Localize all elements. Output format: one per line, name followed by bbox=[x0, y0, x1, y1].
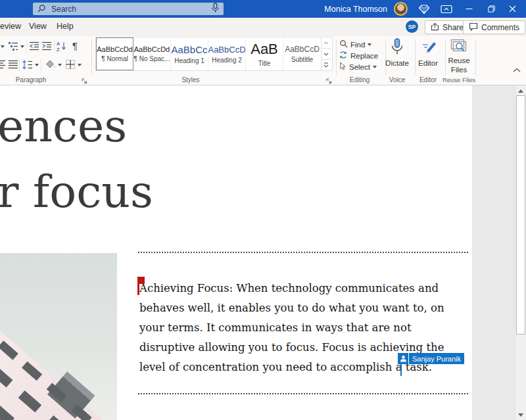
user-avatar[interactable] bbox=[394, 2, 408, 16]
borders-caret[interactable] bbox=[78, 64, 82, 66]
style-heading1[interactable]: AaBbCc Heading 1 bbox=[171, 37, 208, 70]
document-canvas: ences r focus bbox=[0, 85, 526, 420]
document-page[interactable]: ences r focus bbox=[0, 85, 472, 420]
comments-icon bbox=[469, 22, 478, 33]
editor-button-label[interactable]: Editor bbox=[418, 59, 438, 67]
paragraph-line: Achieving Focus: When technology communi… bbox=[139, 279, 444, 298]
styles-gallery-scroll bbox=[321, 37, 331, 70]
collapse-ribbon-icon[interactable] bbox=[513, 68, 521, 72]
premium-gem-icon[interactable] bbox=[413, 0, 435, 18]
find-icon bbox=[339, 39, 348, 51]
tab-help[interactable]: Help bbox=[57, 22, 74, 31]
styles-dialog-launcher[interactable] bbox=[326, 75, 332, 85]
select-button[interactable]: Select bbox=[339, 61, 377, 73]
editor-group-label: Editor bbox=[419, 76, 437, 83]
paragraph-dialog-launcher[interactable] bbox=[82, 75, 87, 85]
select-caret bbox=[373, 66, 377, 68]
search-icon bbox=[37, 3, 46, 15]
dictate-icon[interactable] bbox=[390, 38, 404, 57]
svg-text:Z: Z bbox=[57, 47, 60, 52]
coauthor-name-label: Sanjay Puranik bbox=[409, 353, 464, 364]
ribbon-commands: AZ ¶ Paragraph AaBbCcDd ¶ Normal AaBbCcD… bbox=[0, 36, 526, 85]
align-center-icon[interactable] bbox=[0, 60, 6, 69]
frame-dotted-border-top bbox=[138, 252, 468, 253]
scrollbar-thumb[interactable] bbox=[516, 95, 525, 335]
title-bar: Search Monica Thomson bbox=[0, 0, 526, 18]
replace-button[interactable]: Replace bbox=[339, 50, 378, 62]
coauthor-text-cursor bbox=[400, 363, 402, 376]
line-spacing-icon[interactable] bbox=[22, 60, 33, 70]
style-no-spacing[interactable]: AaBbCcDd ¶ No Spac... bbox=[133, 37, 171, 70]
search-placeholder: Search bbox=[51, 5, 212, 14]
pilcrow-icon[interactable]: ¶ bbox=[72, 40, 78, 51]
gallery-scroll-up-icon[interactable] bbox=[322, 37, 331, 49]
document-heading-line2: r focus bbox=[0, 170, 153, 214]
document-heading-line1: ences bbox=[0, 104, 127, 149]
ribbon-tab-row: eview View Help SP Share Comments bbox=[0, 18, 526, 36]
style-title[interactable]: AaB Title bbox=[246, 37, 283, 70]
find-button[interactable]: Find bbox=[339, 39, 371, 51]
titlebar-right-cluster: Monica Thomson bbox=[324, 0, 522, 18]
find-caret bbox=[368, 43, 371, 46]
styles-gallery: AaBbCcDd ¶ Normal AaBbCcDd ¶ No Spac... … bbox=[95, 37, 333, 71]
gallery-scroll-down-icon[interactable] bbox=[322, 49, 331, 60]
decrease-indent-icon[interactable] bbox=[29, 41, 39, 51]
scroll-down-icon[interactable] bbox=[518, 413, 523, 417]
bullets-dropdown-caret[interactable] bbox=[1, 45, 5, 48]
tab-view[interactable]: View bbox=[29, 22, 47, 31]
account-name[interactable]: Monica Thomson bbox=[324, 5, 387, 14]
comments-button[interactable]: Comments bbox=[463, 20, 525, 34]
photo-building-facade bbox=[0, 331, 117, 420]
ribbon-display-options-button[interactable] bbox=[435, 0, 458, 18]
shading-caret[interactable] bbox=[58, 64, 62, 66]
frame-dotted-border-bottom bbox=[138, 393, 468, 394]
paragraph-group-label: Paragraph bbox=[16, 76, 47, 83]
dictate-label[interactable]: Dictate bbox=[385, 59, 409, 67]
share-label: Share bbox=[442, 23, 464, 32]
reuse-files-group-label: Reuse Files bbox=[442, 76, 475, 83]
voice-search-icon[interactable] bbox=[212, 3, 219, 15]
coauthor-flag[interactable]: Sanjay Puranik bbox=[398, 353, 464, 364]
vertical-scrollbar[interactable] bbox=[515, 85, 526, 420]
line-spacing-caret[interactable] bbox=[35, 64, 39, 66]
presence-badge-sp[interactable]: SP bbox=[406, 20, 418, 33]
justify-icon[interactable] bbox=[8, 60, 18, 69]
reuse-files-label-line1[interactable]: Reuse bbox=[448, 57, 469, 64]
paragraph-line: behaves well, it enables you to do what … bbox=[139, 298, 444, 318]
reuse-files-icon[interactable] bbox=[450, 39, 467, 55]
style-normal[interactable]: AaBbCcDd ¶ Normal bbox=[96, 37, 133, 70]
editor-icon[interactable] bbox=[421, 39, 437, 55]
tab-review[interactable]: eview bbox=[0, 22, 21, 31]
search-input[interactable]: Search bbox=[33, 3, 224, 15]
voice-group-label: Voice bbox=[389, 76, 405, 83]
styles-group-label: Styles bbox=[181, 76, 199, 83]
replace-icon bbox=[339, 50, 348, 62]
sort-icon[interactable]: AZ bbox=[57, 41, 66, 51]
comments-label: Comments bbox=[481, 23, 519, 32]
close-button[interactable] bbox=[502, 0, 522, 18]
coauthor-person-icon bbox=[398, 353, 408, 364]
borders-icon[interactable] bbox=[65, 59, 76, 70]
word-app-window: Search Monica Thomson eview View Help SP… bbox=[0, 0, 526, 420]
reuse-files-label-line2[interactable]: Files bbox=[451, 66, 467, 74]
multilevel-list-icon[interactable] bbox=[8, 41, 18, 51]
share-icon bbox=[431, 22, 439, 33]
style-subtitle[interactable]: AaBbCcD Subtitle bbox=[283, 37, 321, 70]
minimize-button[interactable] bbox=[458, 0, 480, 18]
restore-button[interactable] bbox=[480, 0, 502, 18]
scroll-up-icon[interactable] bbox=[518, 89, 523, 93]
shading-icon[interactable] bbox=[45, 60, 56, 69]
increase-indent-icon[interactable] bbox=[41, 41, 52, 51]
multilevel-list-caret[interactable] bbox=[20, 45, 24, 48]
style-heading2[interactable]: AaBbCcD Heading 2 bbox=[208, 37, 246, 70]
paragraph-line: your terms. It communicates in ways that… bbox=[139, 318, 444, 338]
gallery-more-icon[interactable] bbox=[322, 60, 331, 70]
document-photo-building[interactable] bbox=[0, 253, 117, 420]
select-icon bbox=[339, 61, 347, 73]
editing-group-label: Editing bbox=[350, 76, 370, 83]
